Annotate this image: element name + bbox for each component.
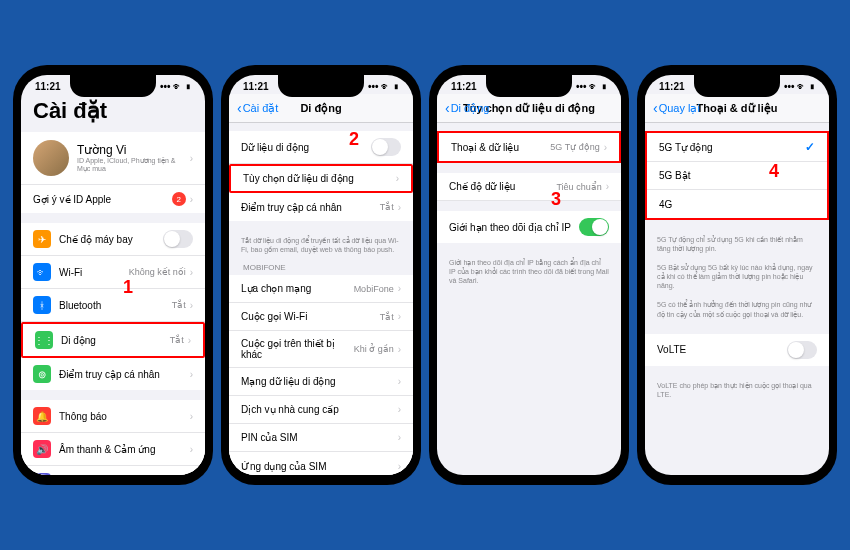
page-title: Cài đặt xyxy=(21,94,205,132)
hotspot-icon: ⊚ xyxy=(33,365,51,383)
ip-limit-toggle[interactable] xyxy=(579,218,609,236)
back-button[interactable]: ‹Quay lại xyxy=(653,100,700,116)
option-5g-auto[interactable]: 5G Tự động✓ xyxy=(647,133,827,162)
chevron-icon: › xyxy=(398,283,401,294)
phone-1: 11:21 ••• ᯤ ▮ Cài đặt Tường Vi ID Apple,… xyxy=(13,65,213,485)
mobile-row[interactable]: ⋮⋮ Di động Tắt › xyxy=(21,322,205,358)
moon-icon: ☾ xyxy=(33,473,51,475)
status-icons: ••• ᯤ ▮ xyxy=(576,81,607,92)
screen-4: 11:21 ••• ᯤ ▮ ‹Quay lại Thoại & dữ liệu … xyxy=(645,75,829,475)
cellular-data-row[interactable]: Dữ liệu di động xyxy=(229,131,413,164)
avatar xyxy=(33,140,69,176)
phone-2: 11:21 ••• ᯤ ▮ ‹Cài đặt Di động Dữ liệu d… xyxy=(221,65,421,485)
chevron-icon: › xyxy=(190,444,193,455)
step-marker-3: 3 xyxy=(551,189,561,210)
data-mode-row[interactable]: Chế độ dữ liệuTiêu chuẩn› xyxy=(437,173,621,201)
screen-2: 11:21 ••• ᯤ ▮ ‹Cài đặt Di động Dữ liệu d… xyxy=(229,75,413,475)
sim-apps-row[interactable]: Ứng dụng của SIM› xyxy=(229,452,413,475)
chevron-icon: › xyxy=(190,411,193,422)
notch xyxy=(694,75,780,97)
volte-toggle[interactable] xyxy=(787,341,817,359)
step-marker-2: 2 xyxy=(349,129,359,150)
chevron-icon: › xyxy=(398,202,401,213)
chevron-icon: › xyxy=(398,404,401,415)
appleid-row[interactable]: Gợi ý về ID Apple 2 › xyxy=(21,185,205,213)
footer-text: 5G Bật sử dụng 5G bất kỳ lúc nào khả dụn… xyxy=(645,258,829,295)
wifi-row[interactable]: ᯤ Wi-Fi Không kết nối › xyxy=(21,256,205,289)
back-arrow-icon: ‹ xyxy=(445,100,450,116)
focus-row[interactable]: ☾ Tập trung › xyxy=(21,466,205,475)
option-5g-on[interactable]: 5G Bật xyxy=(647,162,827,190)
airplane-icon: ✈ xyxy=(33,230,51,248)
profile-sub: ID Apple, iCloud, Phương tiện & Mục mua xyxy=(77,157,190,174)
chevron-icon: › xyxy=(190,369,193,380)
cellular-icon: ⋮⋮ xyxy=(35,331,53,349)
footer-text: Tắt dữ liệu di động để truyền tất cả dữ … xyxy=(229,231,413,259)
footer-text: Giới hạn theo dõi địa chỉ IP bằng cách ẩ… xyxy=(437,253,621,290)
notch xyxy=(278,75,364,97)
chevron-icon: › xyxy=(398,432,401,443)
notch xyxy=(486,75,572,97)
back-arrow-icon: ‹ xyxy=(653,100,658,116)
chevron-icon: › xyxy=(398,344,401,355)
footer-text: 5G Tự động chỉ sử dụng 5G khi cần thiết … xyxy=(645,230,829,258)
chevron-icon: › xyxy=(190,194,193,205)
data-options-row[interactable]: Tùy chọn dữ liệu di động › xyxy=(229,164,413,193)
back-button[interactable]: ‹Di động xyxy=(445,100,489,116)
status-icons: ••• ᯤ ▮ xyxy=(368,81,399,92)
sim-pin-row[interactable]: PIN của SIM› xyxy=(229,424,413,452)
section-header: MOBIFONE xyxy=(229,259,413,275)
notch xyxy=(70,75,156,97)
nav-bar: ‹Quay lại Thoại & dữ liệu xyxy=(645,94,829,123)
chevron-icon: › xyxy=(398,311,401,322)
phone-4: 11:21 ••• ᯤ ▮ ‹Quay lại Thoại & dữ liệu … xyxy=(637,65,837,485)
status-time: 11:21 xyxy=(451,81,477,92)
bell-icon: 🔔 xyxy=(33,407,51,425)
profile-name: Tường Vi xyxy=(77,143,190,157)
profile-row[interactable]: Tường Vi ID Apple, iCloud, Phương tiện &… xyxy=(21,132,205,185)
step-marker-1: 1 xyxy=(123,277,133,298)
footer-text: 5G có thể ảnh hưởng đến thời lượng pin c… xyxy=(645,295,829,323)
chevron-icon: › xyxy=(190,300,193,311)
status-time: 11:21 xyxy=(659,81,685,92)
bluetooth-row[interactable]: ᚼ Bluetooth Tắt › xyxy=(21,289,205,322)
phone-3: 11:21 ••• ᯤ ▮ ‹Di động Tùy chọn dữ liệu … xyxy=(429,65,629,485)
ip-limit-row[interactable]: Giới hạn theo dõi địa chỉ IP xyxy=(437,211,621,243)
status-icons: ••• ᯤ ▮ xyxy=(784,81,815,92)
back-button[interactable]: ‹Cài đặt xyxy=(237,100,278,116)
badge: 2 xyxy=(172,192,186,206)
chevron-icon: › xyxy=(606,181,609,192)
option-4g[interactable]: 4G xyxy=(647,190,827,218)
airplane-toggle[interactable] xyxy=(163,230,193,248)
chevron-icon: › xyxy=(190,267,193,278)
other-device-calls-row[interactable]: Cuộc gọi trên thiết bị khácKhi ở gần› xyxy=(229,331,413,368)
chevron-icon: › xyxy=(604,142,607,153)
voice-data-row[interactable]: Thoại & dữ liệu5G Tự động› xyxy=(439,133,619,161)
footer-text: VoLTE cho phép bạn thực hiện cuộc gọi th… xyxy=(645,376,829,404)
chevron-icon: › xyxy=(190,153,193,164)
bluetooth-icon: ᚼ xyxy=(33,296,51,314)
carrier-services-row[interactable]: Dịch vụ nhà cung cấp› xyxy=(229,396,413,424)
wifi-icon: ᯤ xyxy=(33,263,51,281)
airplane-row[interactable]: ✈ Chế độ máy bay xyxy=(21,223,205,256)
hotspot-row[interactable]: Điểm truy cập cá nhân Tắt › xyxy=(229,193,413,221)
nav-bar: ‹Di động Tùy chọn dữ liệu di động xyxy=(437,94,621,123)
speaker-icon: 🔊 xyxy=(33,440,51,458)
volte-row[interactable]: VoLTE xyxy=(645,334,829,366)
step-marker-4: 4 xyxy=(769,161,779,182)
screen-1: 11:21 ••• ᯤ ▮ Cài đặt Tường Vi ID Apple,… xyxy=(21,75,205,475)
sound-row[interactable]: 🔊 Âm thanh & Cảm ứng › xyxy=(21,433,205,466)
status-icons: ••• ᯤ ▮ xyxy=(160,81,191,92)
nav-bar: ‹Cài đặt Di động xyxy=(229,94,413,123)
status-time: 11:21 xyxy=(243,81,269,92)
hotspot-row[interactable]: ⊚ Điểm truy cập cá nhân › xyxy=(21,358,205,390)
chevron-icon: › xyxy=(398,376,401,387)
cellular-toggle[interactable] xyxy=(371,138,401,156)
network-selection-row[interactable]: Lựa chọn mạngMobiFone› xyxy=(229,275,413,303)
data-network-row[interactable]: Mạng dữ liệu di động› xyxy=(229,368,413,396)
notifications-row[interactable]: 🔔 Thông báo › xyxy=(21,400,205,433)
wifi-calling-row[interactable]: Cuộc gọi Wi-FiTắt› xyxy=(229,303,413,331)
check-icon: ✓ xyxy=(805,140,815,154)
back-arrow-icon: ‹ xyxy=(237,100,242,116)
chevron-icon: › xyxy=(398,461,401,472)
